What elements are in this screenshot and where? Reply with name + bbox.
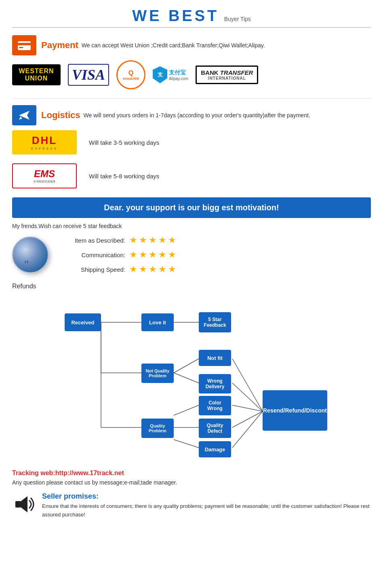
quality-defect-box: Quality Defect [199,419,231,438]
star-1: ★ [129,250,137,260]
svg-line-17 [232,411,263,427]
item-described-stars: ★ ★ ★ ★ ★ [129,235,176,245]
svg-rect-1 [18,43,31,45]
payment-title: Payment [41,40,78,51]
logistics-icon [12,105,36,125]
damage-box: Damage [199,441,231,457]
delivery-options: DHL EXPRESS Will take 3-5 working days E… [12,130,371,188]
star-4: ★ [158,235,166,245]
star-1: ★ [129,235,137,245]
page-subtitle: Buyer Tips [224,16,251,22]
qiwi-logo: Q КОШЕЛЁК [116,60,145,89]
logistics-section: Logistics We will send yours orders in 1… [12,105,371,188]
svg-marker-20 [21,496,27,512]
friends-text: My frends.Wish can receive 5 star feedba… [12,223,371,229]
star-5: ★ [168,235,176,245]
visa-logo: VISA [68,64,109,86]
tracking-section: Tracking web:http://www.17track.net Any … [12,470,371,486]
not-fit-box: Not fit [199,350,231,366]
dhl-option: DHL EXPRESS Will take 3-5 working days [12,130,371,154]
star-3: ★ [149,235,157,245]
svg-line-13 [174,440,199,448]
seller-promises-title: Seller promises: [42,492,371,501]
divider-1 [12,98,371,99]
support-banner: Dear. your support is our bigg est motiv… [12,197,371,218]
payment-logos-row: WESTERNUNION VISA Q КОШЕЛЁК 支 [12,60,371,89]
feedback-section: Item as Described: ★ ★ ★ ★ ★ Communicati… [12,235,371,275]
communication-label: Communication: [61,252,125,258]
star-5: ★ [168,250,176,260]
shipping-stars: ★ ★ ★ ★ ★ [129,264,176,275]
svg-rect-0 [18,41,31,50]
quality-problem-box: Quality Problem [141,419,174,438]
item-described-label: Item as Described: [61,237,125,244]
ems-delivery-time: Will take 5-8 working days [89,173,159,180]
svg-rect-2 [19,47,23,48]
seller-promises-description: Ensure that the interests of consumers; … [42,502,371,519]
dhl-delivery-time: Will take 3-5 working days [89,139,159,146]
love-it-box: Love it [141,313,174,331]
refunds-flowchart: Received Love it 5 Star Feedback Not Qua… [12,290,371,460]
svg-rect-19 [15,501,21,508]
svg-line-11 [174,405,199,415]
star-2: ★ [139,250,147,260]
logistics-label-row: Logistics We will send yours orders in 1… [12,105,371,125]
star-4: ★ [158,264,166,275]
star-3: ★ [149,250,157,260]
seller-text: Seller promises: Ensure that the interes… [42,492,371,519]
payment-icon [12,35,36,55]
payment-svg-icon [17,38,32,53]
shipping-label: Shipping Speed: [61,266,125,273]
star-4: ★ [158,250,166,260]
svg-line-18 [232,411,263,448]
svg-line-7 [174,359,199,373]
page-header: WE BEST Buyer Tips [12,0,371,28]
star-2: ★ [139,235,147,245]
resend-box: Resend/Refund/Discont [263,390,327,431]
star-2: ★ [139,264,147,275]
communication-stars: ★ ★ ★ ★ ★ [129,250,176,260]
plane-svg-icon [17,108,32,123]
wrong-delivery-box: Wrong Delivery [199,374,231,393]
logistics-description: We will send yours orders in 1-7days (ac… [84,112,310,118]
bank-transfer-logo: BANK TRANSFER INTERNATIONAL [196,66,258,84]
svg-line-15 [232,383,263,411]
western-union-logo: WESTERNUNION [12,64,61,85]
refunds-title: Refunds [12,283,36,290]
color-wrong-box: Color Wrong [199,396,231,415]
not-quality-box: Not Quality Problem [141,364,174,383]
seller-section: Seller promises: Ensure that the interes… [12,492,371,527]
refunds-section: Refunds [12,283,371,460]
speaker-icon [12,492,36,516]
star-3: ★ [149,264,157,275]
ems-option: EMS 全球邮政快递服务 Will take 5-8 working days [12,163,371,188]
svg-line-14 [232,359,263,411]
payment-section: Payment We can accept West Union ;Credit… [12,35,371,89]
tracking-description: Any question please contact us by messag… [12,479,371,486]
feedback-rows: Item as Described: ★ ★ ★ ★ ★ Communicati… [61,235,176,275]
five-star-box: 5 Star Feedback [199,312,231,332]
svg-line-8 [174,373,199,383]
star-1: ★ [129,264,137,275]
feedback-row-item-described: Item as Described: ★ ★ ★ ★ ★ [61,235,176,245]
logistics-title: Logistics [41,110,80,121]
page-title: WE BEST [132,7,219,24]
payment-label-row: Payment We can accept West Union ;Credit… [12,35,371,55]
feedback-row-communication: Communication: ★ ★ ★ ★ ★ [61,250,176,260]
alipay-logo: 支 支付宝 Alipay.com [153,66,188,83]
feedback-row-shipping: Shipping Speed: ★ ★ ★ ★ ★ [61,264,176,275]
received-box: Received [65,313,101,331]
tracking-label: Tracking web:http://www.17track.net [12,470,124,476]
star-5: ★ [168,264,176,275]
feedback-globe [12,237,48,273]
svg-line-16 [232,405,263,411]
payment-description: We can accept West Union ;Credit card;Ba… [82,42,265,49]
speaker-svg [12,492,36,516]
